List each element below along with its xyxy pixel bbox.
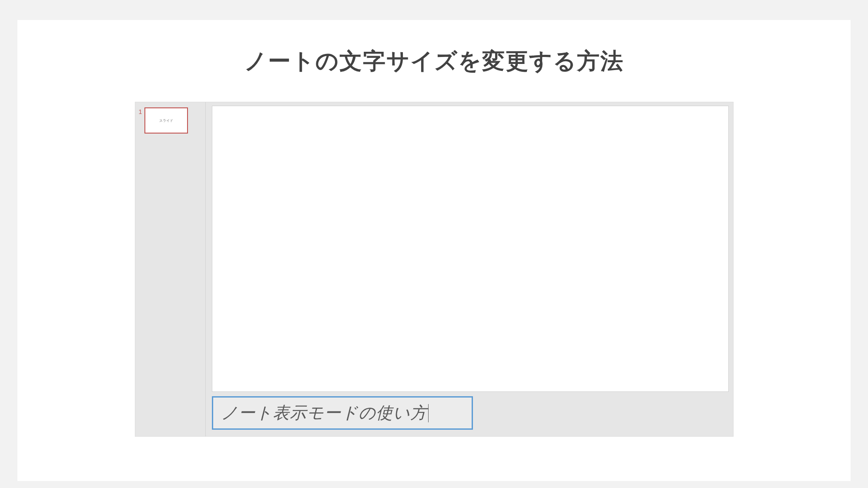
page-title: ノートの文字サイズを変更する方法 <box>244 46 624 77</box>
thumbnail-row[interactable]: 1 スライド <box>139 107 188 134</box>
main-editor-area: ノート表示モードの使い方 <box>206 102 733 436</box>
presentation-editor: 1 スライド ノート表示モードの使い方 <box>135 102 734 437</box>
slide-thumbnail[interactable]: スライド <box>144 107 188 134</box>
page-card: ノートの文字サイズを変更する方法 1 スライド ノート表示モードの使い方 <box>17 20 851 481</box>
thumbnail-panel: 1 スライド <box>135 102 206 436</box>
thumbnail-label: スライド <box>159 118 173 123</box>
slide-canvas[interactable] <box>212 106 729 392</box>
thumbnail-index: 1 <box>139 108 142 115</box>
text-caret-icon <box>428 404 429 422</box>
notes-pane: ノート表示モードの使い方 <box>212 396 729 436</box>
notes-text: ノート表示モードの使い方 <box>221 402 427 424</box>
notes-input[interactable]: ノート表示モードの使い方 <box>212 396 473 430</box>
